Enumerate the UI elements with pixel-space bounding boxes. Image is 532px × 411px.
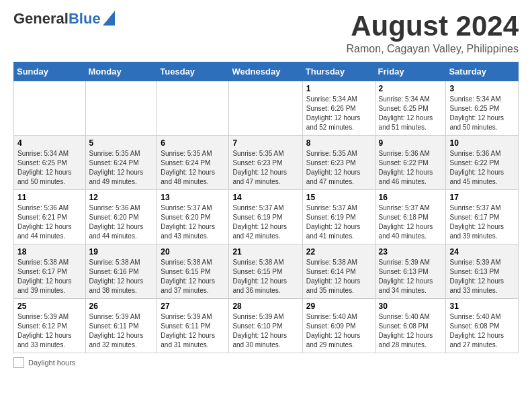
header: GeneralBlue August 2024 Ramon, Cagayan V… <box>13 11 519 55</box>
day-info: Sunrise: 5:38 AM Sunset: 6:16 PM Dayligh… <box>89 258 154 295</box>
day-info: Sunrise: 5:35 AM Sunset: 6:23 PM Dayligh… <box>306 149 371 187</box>
calendar-cell: 3Sunrise: 5:34 AM Sunset: 6:25 PM Daylig… <box>446 81 519 136</box>
logo: GeneralBlue <box>13 11 115 27</box>
calendar-cell: 2Sunrise: 5:34 AM Sunset: 6:25 PM Daylig… <box>375 81 446 136</box>
calendar-week-row: 4Sunrise: 5:34 AM Sunset: 6:25 PM Daylig… <box>14 136 519 190</box>
day-number: 15 <box>306 193 371 202</box>
logo-blue: Blue <box>69 10 101 27</box>
day-number: 1 <box>306 84 371 93</box>
day-info: Sunrise: 5:38 AM Sunset: 6:14 PM Dayligh… <box>306 258 371 295</box>
calendar-week-row: 11Sunrise: 5:36 AM Sunset: 6:21 PM Dayli… <box>14 190 519 244</box>
day-number: 17 <box>449 193 515 202</box>
day-number: 16 <box>379 193 443 202</box>
calendar-cell: 31Sunrise: 5:40 AM Sunset: 6:08 PM Dayli… <box>446 299 519 353</box>
day-number: 23 <box>379 247 443 257</box>
day-number: 28 <box>232 302 298 311</box>
day-info: Sunrise: 5:35 AM Sunset: 6:23 PM Dayligh… <box>232 149 298 187</box>
main-title: August 2024 <box>347 11 519 42</box>
day-info: Sunrise: 5:38 AM Sunset: 6:17 PM Dayligh… <box>17 258 82 295</box>
calendar-cell: 11Sunrise: 5:36 AM Sunset: 6:21 PM Dayli… <box>14 190 86 244</box>
day-number: 25 <box>17 302 82 311</box>
subtitle: Ramon, Cagayan Valley, Philippines <box>347 43 519 55</box>
day-info: Sunrise: 5:37 AM Sunset: 6:17 PM Dayligh… <box>449 203 515 241</box>
day-info: Sunrise: 5:40 AM Sunset: 6:08 PM Dayligh… <box>379 312 443 350</box>
calendar-week-row: 25Sunrise: 5:39 AM Sunset: 6:12 PM Dayli… <box>14 299 519 353</box>
day-info: Sunrise: 5:40 AM Sunset: 6:09 PM Dayligh… <box>306 312 371 350</box>
day-info: Sunrise: 5:36 AM Sunset: 6:22 PM Dayligh… <box>449 149 515 187</box>
day-number: 11 <box>17 193 82 202</box>
calendar-cell: 21Sunrise: 5:38 AM Sunset: 6:15 PM Dayli… <box>229 244 302 299</box>
day-info: Sunrise: 5:34 AM Sunset: 6:25 PM Dayligh… <box>379 95 443 132</box>
calendar-cell: 18Sunrise: 5:38 AM Sunset: 6:17 PM Dayli… <box>14 244 86 299</box>
calendar-table: SundayMondayTuesdayWednesdayThursdayFrid… <box>13 62 519 353</box>
calendar-cell: 25Sunrise: 5:39 AM Sunset: 6:12 PM Dayli… <box>14 299 86 353</box>
weekday-header-row: SundayMondayTuesdayWednesdayThursdayFrid… <box>14 62 519 81</box>
calendar-cell: 17Sunrise: 5:37 AM Sunset: 6:17 PM Dayli… <box>446 190 519 244</box>
calendar-cell: 6Sunrise: 5:35 AM Sunset: 6:24 PM Daylig… <box>157 136 229 190</box>
day-number: 29 <box>306 302 371 311</box>
footer: Daylight hours <box>13 357 519 368</box>
calendar-cell: 30Sunrise: 5:40 AM Sunset: 6:08 PM Dayli… <box>375 299 446 353</box>
calendar-cell: 23Sunrise: 5:39 AM Sunset: 6:13 PM Dayli… <box>375 244 446 299</box>
day-info: Sunrise: 5:39 AM Sunset: 6:11 PM Dayligh… <box>89 312 154 350</box>
calendar-cell <box>14 81 86 136</box>
day-number: 20 <box>161 247 225 257</box>
calendar-cell <box>85 81 157 136</box>
day-number: 30 <box>379 302 443 311</box>
day-number: 10 <box>449 138 515 148</box>
daylight-label: Daylight hours <box>28 359 75 367</box>
calendar-cell: 9Sunrise: 5:36 AM Sunset: 6:22 PM Daylig… <box>375 136 446 190</box>
calendar-cell: 22Sunrise: 5:38 AM Sunset: 6:14 PM Dayli… <box>302 244 375 299</box>
day-number: 21 <box>232 247 298 257</box>
weekday-header-sunday: Sunday <box>14 62 86 81</box>
weekday-header-wednesday: Wednesday <box>229 62 302 81</box>
day-number: 12 <box>89 193 154 202</box>
day-info: Sunrise: 5:39 AM Sunset: 6:13 PM Dayligh… <box>449 258 515 295</box>
calendar-cell: 13Sunrise: 5:37 AM Sunset: 6:20 PM Dayli… <box>157 190 229 244</box>
calendar-cell: 20Sunrise: 5:38 AM Sunset: 6:15 PM Dayli… <box>157 244 229 299</box>
calendar-cell <box>229 81 302 136</box>
day-info: Sunrise: 5:34 AM Sunset: 6:25 PM Dayligh… <box>449 95 515 132</box>
weekday-header-friday: Friday <box>375 62 446 81</box>
logo-text: GeneralBlue <box>13 11 115 27</box>
weekday-header-saturday: Saturday <box>446 62 519 81</box>
day-number: 14 <box>232 193 298 202</box>
day-info: Sunrise: 5:36 AM Sunset: 6:21 PM Dayligh… <box>17 203 82 241</box>
calendar-week-row: 18Sunrise: 5:38 AM Sunset: 6:17 PM Dayli… <box>14 244 519 299</box>
day-number: 31 <box>449 302 515 311</box>
day-number: 27 <box>161 302 225 311</box>
calendar-cell: 19Sunrise: 5:38 AM Sunset: 6:16 PM Dayli… <box>85 244 157 299</box>
calendar-cell: 24Sunrise: 5:39 AM Sunset: 6:13 PM Dayli… <box>446 244 519 299</box>
day-number: 22 <box>306 247 371 257</box>
logo-general: General <box>13 10 69 27</box>
day-number: 13 <box>161 193 225 202</box>
calendar-cell: 8Sunrise: 5:35 AM Sunset: 6:23 PM Daylig… <box>302 136 375 190</box>
calendar-cell: 7Sunrise: 5:35 AM Sunset: 6:23 PM Daylig… <box>229 136 302 190</box>
logo-icon <box>103 11 115 26</box>
day-number: 7 <box>232 138 298 148</box>
calendar-cell: 5Sunrise: 5:35 AM Sunset: 6:24 PM Daylig… <box>85 136 157 190</box>
page: GeneralBlue August 2024 Ramon, Cagayan V… <box>0 0 532 375</box>
day-number: 4 <box>17 138 82 148</box>
weekday-header-thursday: Thursday <box>302 62 375 81</box>
day-number: 26 <box>89 302 154 311</box>
day-info: Sunrise: 5:39 AM Sunset: 6:13 PM Dayligh… <box>379 258 443 295</box>
calendar-cell: 29Sunrise: 5:40 AM Sunset: 6:09 PM Dayli… <box>302 299 375 353</box>
title-section: August 2024 Ramon, Cagayan Valley, Phili… <box>347 11 519 55</box>
day-info: Sunrise: 5:36 AM Sunset: 6:22 PM Dayligh… <box>379 149 443 187</box>
day-number: 24 <box>449 247 515 257</box>
day-info: Sunrise: 5:39 AM Sunset: 6:12 PM Dayligh… <box>17 312 82 350</box>
day-number: 6 <box>161 138 225 148</box>
calendar-cell: 12Sunrise: 5:36 AM Sunset: 6:20 PM Dayli… <box>85 190 157 244</box>
day-info: Sunrise: 5:35 AM Sunset: 6:24 PM Dayligh… <box>89 149 154 187</box>
day-number: 8 <box>306 138 371 148</box>
calendar-cell: 4Sunrise: 5:34 AM Sunset: 6:25 PM Daylig… <box>14 136 86 190</box>
day-number: 18 <box>17 247 82 257</box>
day-number: 5 <box>89 138 154 148</box>
day-info: Sunrise: 5:37 AM Sunset: 6:18 PM Dayligh… <box>379 203 443 241</box>
day-info: Sunrise: 5:34 AM Sunset: 6:25 PM Dayligh… <box>17 149 82 187</box>
day-number: 9 <box>379 138 443 148</box>
calendar-cell: 1Sunrise: 5:34 AM Sunset: 6:26 PM Daylig… <box>302 81 375 136</box>
calendar-cell: 10Sunrise: 5:36 AM Sunset: 6:22 PM Dayli… <box>446 136 519 190</box>
day-info: Sunrise: 5:38 AM Sunset: 6:15 PM Dayligh… <box>161 258 225 295</box>
